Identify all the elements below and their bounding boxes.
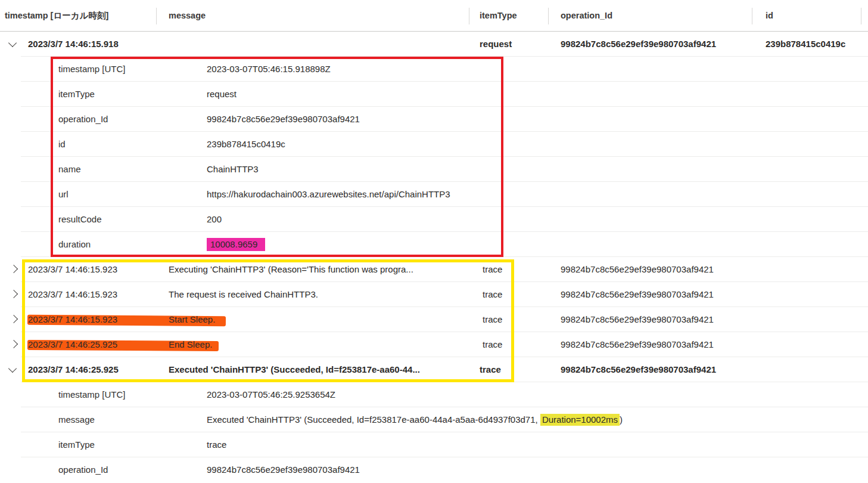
detail-value: 99824b7c8c56e29ef39e980703af9421 (207, 457, 360, 482)
header-divider (156, 8, 157, 24)
detail-row: duration 10008.9659 (0, 232, 868, 257)
detail-row: timestamp [UTC] 2023-03-07T05:46:15.9188… (0, 57, 868, 82)
cell-timestamp: 2023/3/7 14:46:25.925 (28, 357, 119, 382)
detail-value: 239b878415c0419c (207, 132, 285, 157)
detail-value: 200 (207, 207, 222, 232)
detail-value: 10008.9659 (207, 232, 265, 257)
cell-itemtype: trace (483, 282, 502, 307)
detail-row: url https://hakurodachain003.azurewebsit… (0, 182, 868, 207)
table-row-request[interactable]: 2023/3/7 14:46:15.918 request 99824b7c8c… (0, 32, 868, 57)
chevron-right-icon[interactable] (10, 340, 18, 348)
cell-itemtype: trace (483, 307, 502, 332)
cell-message: End Sleep. (169, 332, 212, 357)
table-row-trace[interactable]: 2023/3/7 14:46:25.925 End Sleep. trace 9… (0, 332, 868, 357)
detail-row: id 239b878415c0419c (0, 132, 868, 157)
detail-value: 2023-03-07T05:46:15.918898Z (207, 57, 331, 82)
chevron-right-icon[interactable] (10, 290, 18, 298)
cell-operation-id: 99824b7c8c56e29ef39e980703af9421 (561, 257, 714, 282)
detail-key: operation_Id (58, 457, 108, 482)
detail-row: operation_Id 99824b7c8c56e29ef39e980703a… (0, 107, 868, 132)
column-header-itemtype[interactable]: itemType (480, 0, 517, 31)
detail-key: timestamp [UTC] (58, 57, 126, 82)
cell-operation-id: 99824b7c8c56e29ef39e980703af9421 (561, 357, 716, 382)
cell-itemtype: trace (480, 357, 501, 382)
column-header-message[interactable]: message (169, 0, 206, 31)
log-results-table: timestamp [ローカル時刻] message itemType oper… (0, 0, 868, 483)
cell-operation-id: 99824b7c8c56e29ef39e980703af9421 (561, 32, 716, 57)
detail-row: name ChainHTTP3 (0, 157, 868, 182)
table-row-trace-expanded[interactable]: 2023/3/7 14:46:25.925 Executed 'ChainHTT… (0, 357, 868, 382)
detail-value: Executed 'ChainHTTP3' (Succeeded, Id=f25… (207, 407, 623, 432)
table-row-trace[interactable]: 2023/3/7 14:46:15.923 Executing 'ChainHT… (0, 257, 868, 282)
detail-value: trace (207, 432, 226, 457)
cell-id: 239b878415c0419c (766, 32, 845, 57)
cell-operation-id: 99824b7c8c56e29ef39e980703af9421 (561, 282, 714, 307)
header-divider (752, 8, 752, 24)
cell-itemtype: trace (483, 257, 502, 282)
cell-operation-id: 99824b7c8c56e29ef39e980703af9421 (561, 332, 714, 357)
detail-value: ChainHTTP3 (207, 157, 259, 182)
detail-value: 2023-03-07T05:46:25.9253654Z (207, 382, 335, 407)
column-header-timestamp[interactable]: timestamp [ローカル時刻] (5, 0, 108, 31)
detail-row: resultCode 200 (0, 207, 868, 232)
cell-timestamp: 2023/3/7 14:46:15.918 (28, 32, 119, 57)
header-divider (469, 8, 469, 24)
cell-message: Executing 'ChainHTTP3' (Reason='This fun… (169, 257, 413, 282)
message-prefix: Executed 'ChainHTTP3' (Succeeded, Id=f25… (207, 414, 540, 425)
chevron-down-icon[interactable] (8, 39, 17, 47)
detail-key: name (58, 157, 81, 182)
detail-row: operation_Id 99824b7c8c56e29ef39e980703a… (0, 457, 868, 482)
detail-key: resultCode (58, 207, 102, 232)
magenta-highlight: 10008.9659 (207, 238, 265, 251)
cell-itemtype: request (480, 32, 512, 57)
cell-itemtype: trace (483, 332, 502, 357)
cell-message: The request is received ChainHTTP3. (169, 282, 318, 307)
yellow-highlight: Duration=10002ms (540, 414, 620, 426)
cell-message: Start Sleep. (169, 307, 215, 332)
column-header-operation-id[interactable]: operation_Id (561, 0, 612, 31)
table-row-trace[interactable]: 2023/3/7 14:46:15.923 Start Sleep. trace… (0, 307, 868, 332)
message-suffix: ) (620, 414, 623, 425)
detail-key: message (58, 407, 95, 432)
chevron-down-icon[interactable] (8, 364, 17, 373)
column-header-id[interactable]: id (766, 0, 773, 31)
cell-timestamp: 2023/3/7 14:46:25.925 (28, 332, 117, 357)
detail-value: request (207, 82, 237, 107)
header-divider (548, 8, 549, 24)
detail-value: https://hakurodachain003.azurewebsites.n… (207, 182, 450, 207)
detail-row: timestamp [UTC] 2023-03-07T05:46:25.9253… (0, 382, 868, 407)
chevron-right-icon[interactable] (10, 315, 18, 323)
detail-key: timestamp [UTC] (58, 382, 126, 407)
cell-timestamp: 2023/3/7 14:46:15.923 (28, 307, 117, 332)
detail-row: message Executed 'ChainHTTP3' (Succeeded… (0, 407, 868, 432)
detail-key: id (58, 132, 66, 157)
cell-message: Executed 'ChainHTTP3' (Succeeded, Id=f25… (169, 357, 420, 382)
table-header-row: timestamp [ローカル時刻] message itemType oper… (0, 0, 868, 32)
header-divider (861, 8, 861, 24)
detail-row: itemType request (0, 82, 868, 107)
detail-value: 99824b7c8c56e29ef39e980703af9421 (207, 107, 360, 132)
detail-key: duration (58, 232, 91, 257)
cell-operation-id: 99824b7c8c56e29ef39e980703af9421 (561, 307, 714, 332)
detail-key: itemType (58, 82, 95, 107)
detail-key: operation_Id (58, 107, 108, 132)
detail-key: itemType (58, 432, 95, 457)
detail-key: url (58, 182, 69, 207)
table-row-trace[interactable]: 2023/3/7 14:46:15.923 The request is rec… (0, 282, 868, 307)
cell-timestamp: 2023/3/7 14:46:15.923 (28, 282, 117, 307)
chevron-right-icon[interactable] (10, 265, 18, 273)
cell-timestamp: 2023/3/7 14:46:15.923 (28, 257, 117, 282)
detail-row: itemType trace (0, 432, 868, 457)
